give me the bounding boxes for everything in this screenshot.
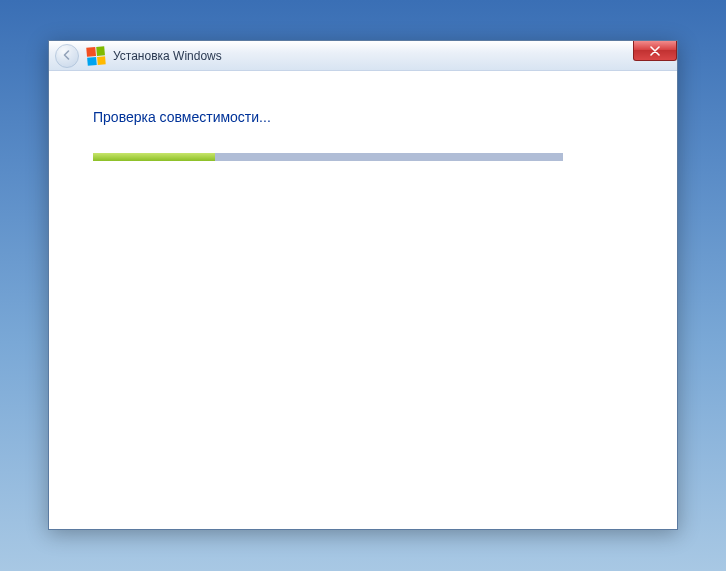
progress-fill xyxy=(93,153,215,161)
desktop-background: Установка Windows Проверка совместимости… xyxy=(0,0,726,571)
progress-bar xyxy=(93,153,563,161)
window-content: Проверка совместимости... xyxy=(49,71,677,529)
window-title: Установка Windows xyxy=(113,49,222,63)
arrow-left-icon xyxy=(61,47,73,65)
status-heading: Проверка совместимости... xyxy=(93,109,633,125)
close-icon xyxy=(650,42,660,60)
installer-window: Установка Windows Проверка совместимости… xyxy=(48,40,678,530)
window-titlebar: Установка Windows xyxy=(49,41,677,71)
back-button[interactable] xyxy=(55,44,79,68)
close-button[interactable] xyxy=(633,41,677,61)
windows-flag-icon xyxy=(86,46,106,66)
